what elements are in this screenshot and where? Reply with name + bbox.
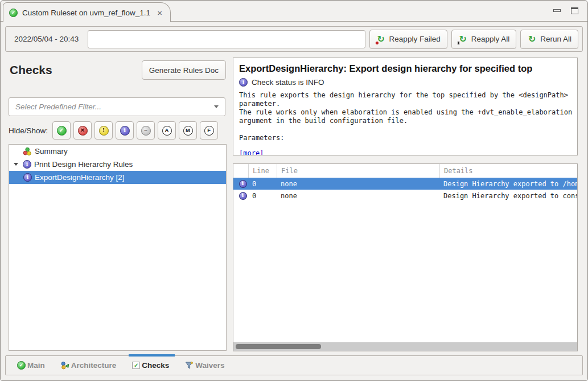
hide-show-row: Hide/Show: ✓ ✕ ! i − A — [9, 120, 226, 141]
expander-icon[interactable] — [12, 163, 20, 166]
tab-waivers[interactable]: Waivers — [185, 356, 224, 375]
warning-icon: ! — [99, 126, 109, 136]
tab-label: Main — [27, 361, 45, 370]
rerun-all-label: Rerun All — [540, 35, 571, 43]
toolbar-filter-input[interactable] — [88, 30, 365, 48]
rule-description: This rule exports the design hierarchy f… — [239, 91, 571, 125]
predefined-filter-placeholder: Select Predefined Filter... — [15, 103, 101, 111]
horizontal-scrollbar[interactable] — [233, 342, 577, 351]
active-tab-indicator — [129, 354, 175, 357]
passed-icon: ✓ — [57, 126, 67, 136]
chevron-down-icon — [214, 105, 219, 108]
tree-item-label: ExportDesignHierarchy [2] — [35, 173, 125, 182]
reapply-failed-label: Reapply Failed — [389, 35, 441, 43]
toolbar: 2022/05/04 - 20:43 ↻ Reapply Failed ↻ Re… — [5, 26, 583, 52]
main-tab-icon: ✓ — [17, 361, 26, 370]
tab-close-icon[interactable]: × — [157, 9, 162, 17]
parameters-label: Parameters: — [239, 134, 571, 142]
reapply-all-label: Reapply All — [471, 35, 510, 43]
tree-item-print-design-hierarchy-rules[interactable]: i Print Design Hierarchy Rules — [9, 158, 226, 171]
details-cell: Design Hierarchy exported to /home/a — [439, 180, 577, 188]
app-window: ✓ Custom Ruleset on uvm_ref_flow_1.1 × 2… — [0, 0, 588, 381]
toggle-info-button[interactable]: i — [116, 121, 134, 140]
circle-a-icon: A — [162, 126, 172, 136]
predefined-filter-combobox[interactable]: Select Predefined Filter... — [9, 97, 225, 116]
results-table-header: Line File Details — [233, 164, 577, 178]
details-cell: Design Hierarchy exported to console — [439, 192, 577, 200]
toggle-disabled-button[interactable]: − — [137, 121, 155, 140]
maximize-icon[interactable] — [571, 7, 578, 14]
circle-f-icon: F — [204, 126, 214, 136]
reapply-failed-button[interactable]: ↻ Reapply Failed — [369, 30, 447, 49]
info-icon: i — [23, 173, 32, 182]
icon-column-header — [233, 164, 248, 178]
scrollbar-thumb[interactable] — [236, 344, 321, 349]
editor-tabbar: ✓ Custom Ruleset on uvm_ref_flow_1.1 × — [1, 1, 587, 22]
view-controls — [553, 7, 578, 14]
bottom-tabbar: ✓ Main Architecture ✓ Checks — [5, 355, 583, 375]
reapply-all-button[interactable]: ↻ Reapply All — [451, 30, 517, 49]
refresh-failed-icon: ↻ — [376, 35, 386, 44]
refresh-all-icon: ↻ — [458, 35, 468, 44]
tree-item-label: Print Design Hierarchy Rules — [34, 160, 133, 169]
rerun-icon: ↻ — [527, 35, 537, 44]
tab-architecture[interactable]: Architecture — [61, 356, 117, 375]
architecture-icon — [61, 361, 69, 370]
run-timestamp: 2022/05/04 - 20:43 — [10, 35, 84, 43]
tree-item-export-design-hierarchy[interactable]: i ExportDesignHierarchy [2] — [9, 171, 226, 184]
line-cell: 0 — [248, 192, 277, 200]
toggle-failed-button[interactable]: ✕ — [73, 121, 92, 140]
circle-m-icon: M — [183, 126, 193, 136]
results-table: Line File Details i 0 none Design Hierar… — [233, 163, 578, 351]
tree-item-label: Summary — [35, 147, 68, 155]
disabled-icon: − — [141, 126, 151, 136]
more-link[interactable]: [more] — [239, 149, 264, 155]
rerun-all-button[interactable]: ↻ Rerun All — [520, 30, 578, 49]
checks-panel: Checks Generate Rules Doc Select Predefi… — [5, 54, 226, 352]
toggle-m-button[interactable]: M — [179, 121, 197, 140]
file-cell: none — [277, 180, 439, 188]
toggle-passed-button[interactable]: ✓ — [52, 121, 71, 140]
generate-rules-doc-button[interactable]: Generate Rules Doc — [142, 60, 226, 80]
tab-label: Waivers — [195, 361, 224, 370]
detail-panel: ExportDesignHierarchy: Export design hie… — [233, 58, 578, 352]
minimize-icon[interactable] — [553, 9, 561, 12]
tab-label: Architecture — [71, 361, 117, 370]
info-icon: i — [239, 78, 248, 87]
status-row: i Check status is INFO — [239, 77, 571, 88]
checks-tab-icon: ✓ — [132, 362, 140, 369]
ruleset-check-icon: ✓ — [9, 9, 18, 17]
failed-icon: ✕ — [78, 126, 88, 136]
ruleset-editor-tab[interactable]: ✓ Custom Ruleset on uvm_ref_flow_1.1 × — [3, 2, 171, 22]
toggle-a-button[interactable]: A — [158, 121, 176, 140]
file-column-header[interactable]: File — [277, 164, 439, 178]
line-column-header[interactable]: Line — [248, 164, 277, 178]
main-area: Checks Generate Rules Doc Select Predefi… — [5, 54, 583, 352]
tab-checks[interactable]: ✓ Checks — [132, 356, 169, 375]
table-row[interactable]: i 0 none Design Hierarchy exported to co… — [233, 190, 577, 202]
line-cell: 0 — [248, 180, 277, 188]
details-column-header[interactable]: Details — [439, 164, 577, 178]
rule-title: ExportDesignHierarchy: Export design hie… — [239, 62, 571, 75]
checks-heading: Checks — [10, 63, 52, 77]
info-icon: i — [239, 192, 247, 200]
toggle-warning-button[interactable]: ! — [94, 121, 113, 140]
table-row[interactable]: i 0 none Design Hierarchy exported to /h… — [233, 178, 577, 190]
tree-item-summary[interactable]: Summary — [9, 145, 226, 158]
rules-tree: Summary i Print Design Hierarchy Rules i… — [9, 144, 227, 351]
info-icon: i — [23, 160, 31, 169]
file-cell: none — [277, 192, 439, 200]
status-text: Check status is INFO — [252, 78, 324, 87]
toggle-f-button[interactable]: F — [200, 121, 218, 140]
info-icon: i — [120, 126, 130, 136]
tab-title: Custom Ruleset on uvm_ref_flow_1.1 — [22, 9, 150, 17]
waivers-funnel-icon — [185, 361, 194, 370]
rule-description-box: ExportDesignHierarchy: Export design hie… — [233, 58, 578, 155]
tab-main[interactable]: ✓ Main — [17, 356, 45, 375]
hide-show-label: Hide/Show: — [9, 126, 48, 135]
tab-label: Checks — [142, 361, 169, 370]
info-icon: i — [239, 180, 247, 188]
summary-icon — [23, 147, 32, 156]
checks-panel-header: Checks Generate Rules Doc — [10, 60, 226, 80]
